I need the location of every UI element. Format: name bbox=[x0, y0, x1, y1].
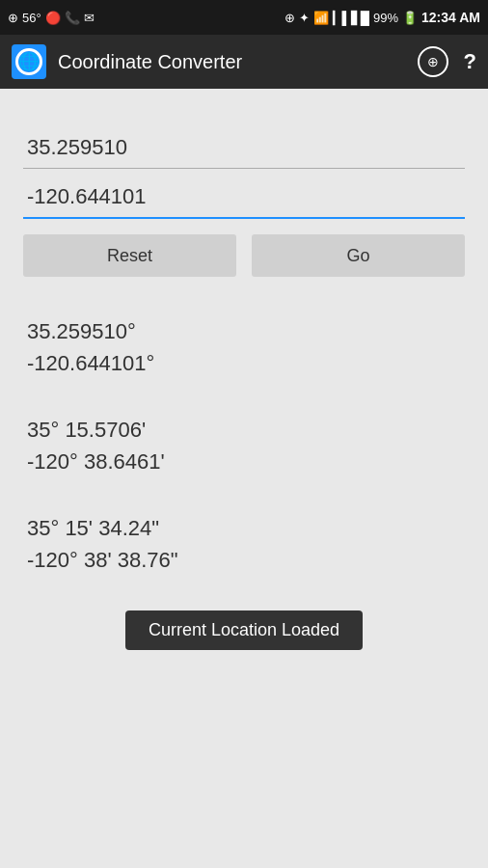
app-bar: 🌐 Coordinate Converter ⊕ ? bbox=[0, 35, 488, 89]
battery-icon: 🔋 bbox=[402, 11, 418, 25]
browser-icon: 🔴 bbox=[45, 11, 61, 25]
signal-icon: ▎▌▋█ bbox=[333, 11, 369, 25]
dm-lon: -120° 38.6461' bbox=[27, 446, 461, 477]
reset-button[interactable]: Reset bbox=[23, 234, 236, 277]
go-button[interactable]: Go bbox=[252, 234, 465, 277]
phone-icon: 📞 bbox=[65, 11, 80, 25]
add-icon: ⊕ bbox=[8, 11, 18, 25]
status-right-icons: ⊕ ✦ 📶 ▎▌▋█ 99% 🔋 12:34 AM bbox=[285, 10, 480, 25]
decimal-minutes-section: 35° 15.5706' -120° 38.6461' bbox=[27, 414, 461, 477]
status-badge-container: Current Location Loaded bbox=[23, 610, 465, 650]
status-bar: ⊕ 56° 🔴 📞 ✉ ⊕ ✦ 📶 ▎▌▋█ 99% 🔋 12:34 AM bbox=[0, 0, 488, 35]
decimal-degrees-section: 35.259510° -120.644101° bbox=[27, 315, 461, 379]
results-container: 35.259510° -120.644101° 35° 15.5706' -12… bbox=[23, 315, 465, 576]
longitude-input[interactable] bbox=[23, 176, 465, 219]
location-button[interactable]: ⊕ bbox=[418, 46, 448, 77]
action-buttons: Reset Go bbox=[23, 234, 465, 277]
current-location-badge: Current Location Loaded bbox=[125, 610, 363, 650]
decimal-lon: -120.644101° bbox=[27, 347, 461, 379]
decimal-lat: 35.259510° bbox=[27, 315, 461, 347]
dm-lat: 35° 15.5706' bbox=[27, 414, 461, 446]
dms-lon: -120° 38' 38.76" bbox=[27, 544, 461, 576]
coordinate-inputs bbox=[23, 127, 465, 219]
dms-lat: 35° 15' 34.24" bbox=[27, 512, 461, 544]
temp-icon: 56° bbox=[22, 11, 41, 25]
dms-section: 35° 15' 34.24" -120° 38' 38.76" bbox=[27, 512, 461, 576]
globe-icon: 🌐 bbox=[15, 48, 42, 75]
battery-level: 99% bbox=[373, 11, 398, 25]
latitude-input[interactable] bbox=[23, 127, 465, 169]
help-button[interactable]: ? bbox=[464, 49, 476, 74]
bluetooth-icon: ✦ bbox=[299, 11, 310, 25]
app-bar-actions: ⊕ ? bbox=[418, 46, 476, 77]
status-left-icons: ⊕ 56° 🔴 📞 ✉ bbox=[8, 11, 95, 25]
location-status-icon: ⊕ bbox=[285, 11, 295, 25]
app-logo: 🌐 bbox=[12, 44, 46, 79]
main-content: Reset Go 35.259510° -120.644101° 35° 15.… bbox=[0, 89, 488, 669]
app-title: Coordinate Converter bbox=[58, 51, 406, 73]
wifi-icon: 📶 bbox=[313, 11, 329, 25]
globe-symbol: 🌐 bbox=[18, 51, 40, 72]
message-icon: ✉ bbox=[84, 11, 95, 25]
clock: 12:34 AM bbox=[421, 10, 480, 25]
